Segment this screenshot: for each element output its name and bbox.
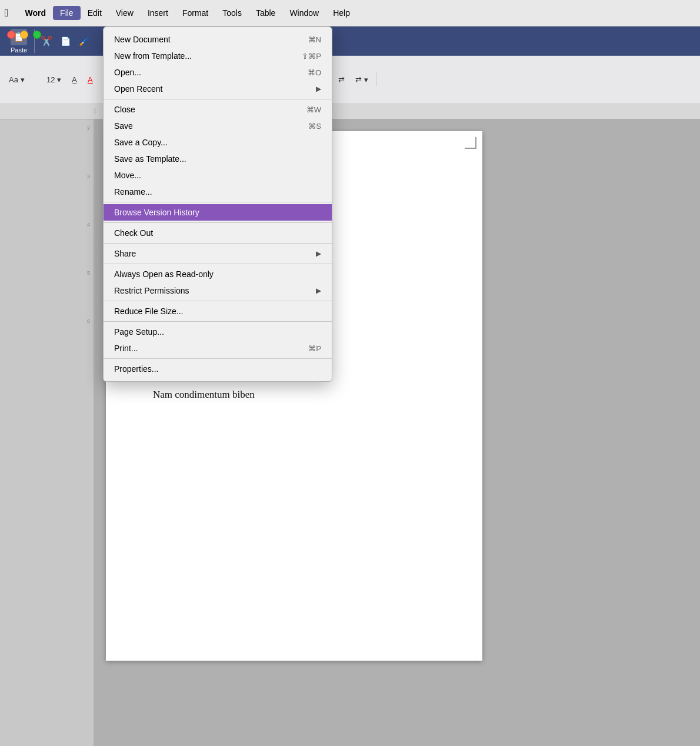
menu-open-label: Open... [114, 68, 290, 77]
menu-save-shortcut: ⌘S [308, 122, 321, 131]
menu-check-out[interactable]: Check Out [104, 225, 332, 241]
fullscreen-button[interactable] [33, 31, 41, 39]
menu-share-label: Share [114, 249, 311, 258]
body-line-10: Nam condimentum biben [153, 387, 447, 402]
menu-new-document-label: New Document [114, 35, 291, 44]
menu-open[interactable]: Open... ⌘O [104, 64, 332, 81]
window-controls [7, 31, 41, 39]
clipboard-group: ✂️ 📄 🖌️ [37, 34, 92, 48]
menu-section-permissions: Always Open as Read-only Restrict Permis… [104, 264, 332, 301]
menu-view[interactable]: View [109, 6, 141, 20]
menu-edit[interactable]: Edit [81, 6, 109, 20]
text-highlight[interactable]: A̲ [68, 71, 81, 88]
menu-section-print: Page Setup... Print... ⌘P [104, 322, 332, 359]
fmt-divider-4 [376, 72, 377, 86]
ruler-v-4: 5 [87, 270, 90, 276]
menu-print-label: Print... [114, 344, 291, 353]
menu-share[interactable]: Share ▶ [104, 245, 332, 262]
menu-section-properties: Properties... [104, 359, 332, 379]
menu-open-recent-label: Open Recent [114, 84, 311, 94]
menu-save-copy-label: Save a Copy... [114, 138, 321, 147]
menu-bar:  Word File Edit View Insert Format Tool… [0, 0, 700, 26]
menu-share-arrow: ▶ [316, 249, 321, 258]
menu-open-recent[interactable]: Open Recent ▶ [104, 81, 332, 97]
copy-button[interactable]: 📄 [57, 35, 74, 47]
justify-btn[interactable]: ⇄ ▾ [351, 71, 372, 88]
menu-open-shortcut: ⌘O [308, 68, 321, 77]
align-right-btn[interactable]: ⇄ [334, 71, 349, 88]
menu-properties-label: Properties... [114, 364, 321, 374]
font-size-dropdown[interactable]: 12 ▾ [42, 71, 65, 88]
menu-new-template-shortcut: ⇧⌘P [302, 52, 321, 61]
menu-section-file-ops: Close ⌘W Save ⌘S Save a Copy... Save as … [104, 99, 332, 202]
menu-restrict-permissions[interactable]: Restrict Permissions ▶ [104, 282, 332, 299]
menu-section-new: New Document ⌘N New from Template... ⇧⌘P… [104, 29, 332, 99]
ruler-vertical-markings: 2 3 4 5 6 [0, 119, 94, 746]
menu-word[interactable]: Word [18, 6, 54, 20]
menu-restrict-permissions-label: Restrict Permissions [114, 286, 311, 295]
menu-properties[interactable]: Properties... [104, 361, 332, 377]
menu-new-document[interactable]: New Document ⌘N [104, 31, 332, 48]
menu-help[interactable]: Help [326, 6, 357, 20]
menu-save-template[interactable]: Save as Template... [104, 151, 332, 167]
menu-close-shortcut: ⌘W [306, 105, 321, 114]
ruler-v-1: 2 [87, 125, 90, 131]
ruler-v-5: 6 [87, 318, 90, 324]
ruler-mark-0: | [94, 108, 96, 114]
menu-section-checkout: Check Out [104, 223, 332, 244]
menu-new-template-label: New from Template... [114, 51, 284, 61]
close-button[interactable] [7, 31, 15, 39]
format-painter-button[interactable]: 🖌️ [75, 35, 92, 47]
file-menu-dropdown: New Document ⌘N New from Template... ⇧⌘P… [103, 26, 332, 382]
menu-print[interactable]: Print... ⌘P [104, 340, 332, 357]
menu-rename[interactable]: Rename... [104, 184, 332, 200]
menu-move-label: Move... [114, 171, 321, 180]
ruler-v-2: 3 [87, 174, 90, 179]
menu-new-document-shortcut: ⌘N [308, 35, 321, 44]
menu-page-setup-label: Page Setup... [114, 327, 321, 337]
menu-file[interactable]: File [53, 6, 81, 20]
menu-section-version: Browse Version History [104, 202, 332, 223]
ruler-v-3: 4 [87, 222, 90, 228]
menu-section-share: Share ▶ [104, 244, 332, 264]
menu-always-read-only-label: Always Open as Read-only [114, 269, 321, 279]
menu-close[interactable]: Close ⌘W [104, 101, 332, 118]
font-color[interactable]: A [84, 71, 97, 88]
menu-print-shortcut: ⌘P [308, 344, 321, 353]
page-corner [465, 137, 476, 149]
menu-close-label: Close [114, 105, 289, 114]
menu-move[interactable]: Move... [104, 167, 332, 184]
menu-new-from-template[interactable]: New from Template... ⇧⌘P [104, 48, 332, 64]
apple-menu[interactable]:  [5, 7, 9, 19]
ruler-vertical: 2 3 4 5 6 [0, 119, 94, 746]
menu-always-read-only[interactable]: Always Open as Read-only [104, 266, 332, 282]
menu-save-template-label: Save as Template... [114, 154, 321, 164]
menu-rename-label: Rename... [114, 187, 321, 197]
menu-page-setup[interactable]: Page Setup... [104, 324, 332, 340]
menu-tools[interactable]: Tools [215, 6, 249, 20]
menu-browse-version-history[interactable]: Browse Version History [104, 204, 332, 221]
menu-save-label: Save [114, 121, 291, 131]
menu-section-reduce: Reduce File Size... [104, 301, 332, 322]
paste-label: Paste [11, 46, 27, 54]
menu-open-recent-arrow: ▶ [316, 85, 321, 93]
menu-restrict-arrow: ▶ [316, 287, 321, 295]
menu-window[interactable]: Window [282, 6, 326, 20]
menu-save-copy[interactable]: Save a Copy... [104, 134, 332, 151]
menu-table[interactable]: Table [249, 6, 282, 20]
menu-insert[interactable]: Insert [141, 6, 175, 20]
menu-format[interactable]: Format [175, 6, 215, 20]
menu-check-out-label: Check Out [114, 228, 321, 238]
font-name-dropdown[interactable]: Aa ▾ [5, 71, 40, 88]
menu-browse-version-label: Browse Version History [114, 208, 321, 217]
menu-save[interactable]: Save ⌘S [104, 118, 332, 134]
menu-reduce-file-size-label: Reduce File Size... [114, 307, 321, 316]
menu-reduce-file-size[interactable]: Reduce File Size... [104, 303, 332, 319]
minimize-button[interactable] [20, 31, 28, 39]
